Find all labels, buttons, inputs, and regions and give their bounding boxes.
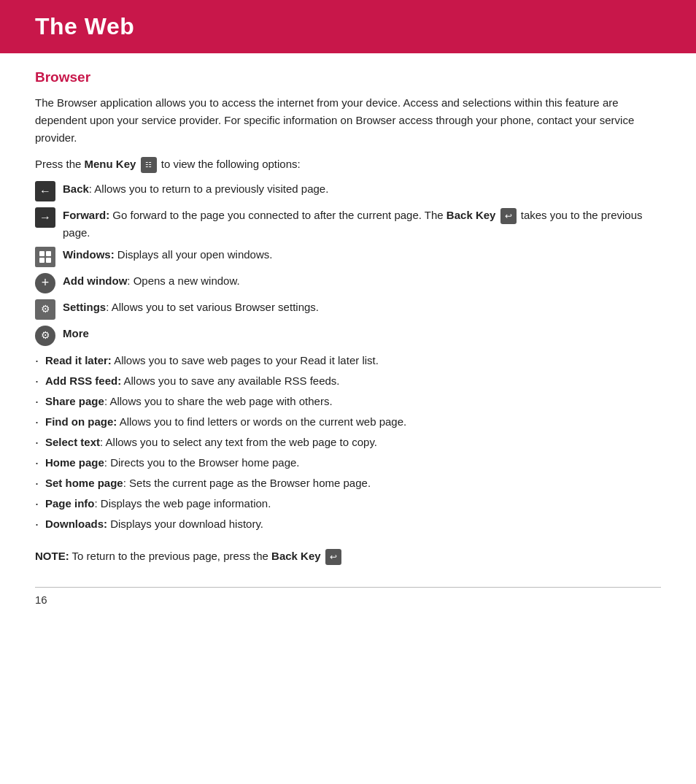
menu-key-line: Press the Menu Key ☷ to view the followi… (35, 155, 661, 173)
windows-svg (38, 250, 53, 264)
bullet-find-on-page: Find on page: Allows you to find letters… (35, 413, 661, 431)
menu-key-icon: ☷ (141, 157, 157, 173)
page-number: 16 (35, 593, 661, 606)
icon-item-settings-text: Settings: Allows you to set various Brow… (63, 299, 661, 315)
icon-item-more-text: More (63, 325, 661, 342)
back-icon: ← (35, 181, 55, 201)
note-line: NOTE: To return to the previous page, pr… (35, 547, 661, 565)
bullet-share-page: Share page: Allows you to share the web … (35, 393, 661, 410)
icon-item-forward-text: Forward: Go forward to the page you conn… (63, 207, 661, 241)
icon-items-list: ← Back: Allows you to return to a previo… (35, 180, 661, 346)
svg-rect-3 (46, 258, 51, 263)
svg-rect-0 (39, 251, 45, 256)
bullet-select-text: Select text: Allows you to select any te… (35, 434, 661, 451)
menu-key-label: Menu Key (85, 158, 136, 170)
svg-rect-1 (46, 251, 51, 256)
icon-item-back-text: Back: Allows you to return to a previous… (63, 180, 661, 197)
page-container: The Web Browser The Browser application … (0, 0, 696, 635)
bullet-home-page: Home page: Directs you to the Browser ho… (35, 454, 661, 472)
icon-item-addwindow-text: Add window: Opens a new window. (63, 272, 661, 289)
intro-paragraph: The Browser application allows you to ac… (35, 94, 661, 147)
forward-icon: → (35, 207, 55, 228)
back-key-note-icon: ↩ (325, 549, 341, 565)
icon-item-more: ⚙ More (35, 325, 661, 346)
icon-item-windows-text: Windows: Displays all your open windows. (63, 246, 661, 263)
bullet-page-info: Page info: Displays the web page informa… (35, 495, 661, 512)
icon-item-forward: → Forward: Go forward to the page you co… (35, 207, 661, 241)
settings-icon: ⚙ (35, 299, 55, 320)
section-heading: Browser (35, 69, 661, 85)
bullet-read-it-later: Read it later: Allows you to save web pa… (35, 352, 661, 369)
bullet-add-rss: Add RSS feed: Allows you to save any ava… (35, 372, 661, 390)
more-icon: ⚙ (35, 326, 55, 346)
header-bar: The Web (0, 0, 696, 53)
windows-icon (35, 247, 55, 267)
bottom-divider (35, 587, 661, 588)
icon-item-settings: ⚙ Settings: Allows you to set various Br… (35, 299, 661, 320)
icon-item-back: ← Back: Allows you to return to a previo… (35, 180, 661, 201)
icon-item-windows: Windows: Displays all your open windows. (35, 246, 661, 267)
svg-rect-2 (39, 258, 45, 263)
addwindow-icon: + (35, 273, 55, 293)
icon-item-addwindow: + Add window: Opens a new window. (35, 272, 661, 293)
back-key-inline-icon: ↩ (500, 208, 517, 224)
bullet-downloads: Downloads: Displays your download histor… (35, 515, 661, 533)
page-title: The Web (35, 13, 661, 40)
bullet-set-home-page: Set home page: Sets the current page as … (35, 474, 661, 492)
bullet-list: Read it later: Allows you to save web pa… (35, 352, 661, 533)
